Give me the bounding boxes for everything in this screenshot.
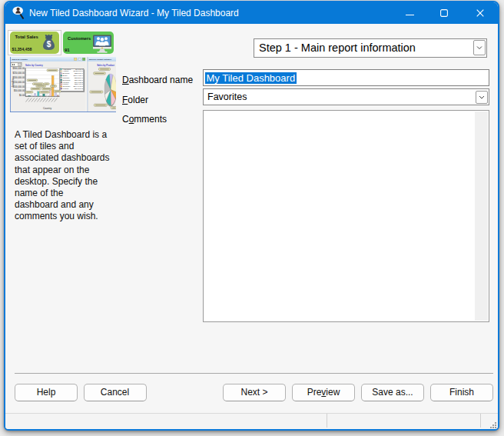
- svg-text:$150,000.00: $150,000.00: [12, 80, 25, 83]
- svg-text:Country: Country: [42, 107, 51, 110]
- svg-text:Sales by Product Category: Sales by Product Category: [88, 58, 111, 60]
- svg-text:$200,000.00: $200,000.00: [12, 75, 25, 78]
- svg-text:Ireland: Ireland: [62, 87, 68, 89]
- svg-text:Sales by Product: Sales by Product: [97, 64, 114, 67]
- svg-text:$50,000.00: $50,000.00: [14, 89, 25, 92]
- svg-text:$0.00: $0.00: [19, 94, 25, 97]
- svg-text:$100,000.00: $100,000.00: [12, 85, 25, 88]
- svg-text:Sales by Country: Sales by Country: [12, 58, 28, 61]
- svg-text:$300,000.00: $300,000.00: [12, 67, 25, 70]
- svg-text:$57,217.2: $57,217.2: [74, 87, 83, 89]
- svg-text:$250,000.00: $250,000.00: [12, 72, 25, 75]
- svg-text:$: $: [46, 40, 51, 48]
- svg-text:Sales by Country: Sales by Country: [25, 64, 43, 67]
- svg-text:Total Price: Total Price: [11, 77, 14, 87]
